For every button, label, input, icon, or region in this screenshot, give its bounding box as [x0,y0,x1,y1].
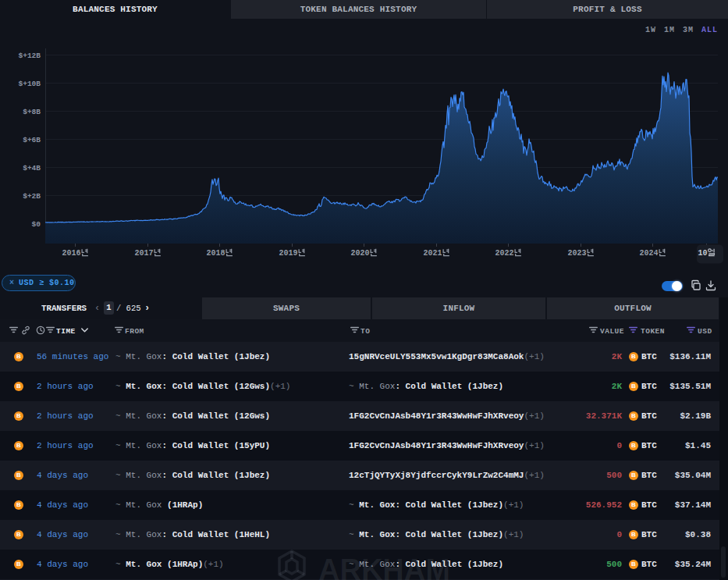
svg-text:2017: 2017 [135,249,154,258]
svg-text:$+4B: $+4B [23,164,41,173]
svg-text:2023: 2023 [568,249,587,258]
svg-text:$+10B: $+10B [18,80,41,88]
svg-text:2020: 2020 [351,249,370,258]
svg-text:$+2B: $+2B [23,192,41,201]
svg-text:$+12B: $+12B [18,52,41,60]
svg-text:2021: 2021 [424,249,442,258]
svg-text:$+8B: $+8B [23,108,41,116]
svg-text:10: 10 [698,249,708,258]
svg-text:2018: 2018 [207,249,226,258]
svg-text:2022: 2022 [495,249,514,258]
svg-text:2016: 2016 [62,249,81,258]
svg-text:ARKHAM: ARKHAM [318,553,450,580]
svg-text:2024: 2024 [640,249,659,258]
svg-text:$+6B: $+6B [23,136,41,144]
svg-text:2019: 2019 [279,249,298,258]
svg-text:$0: $0 [32,220,41,229]
